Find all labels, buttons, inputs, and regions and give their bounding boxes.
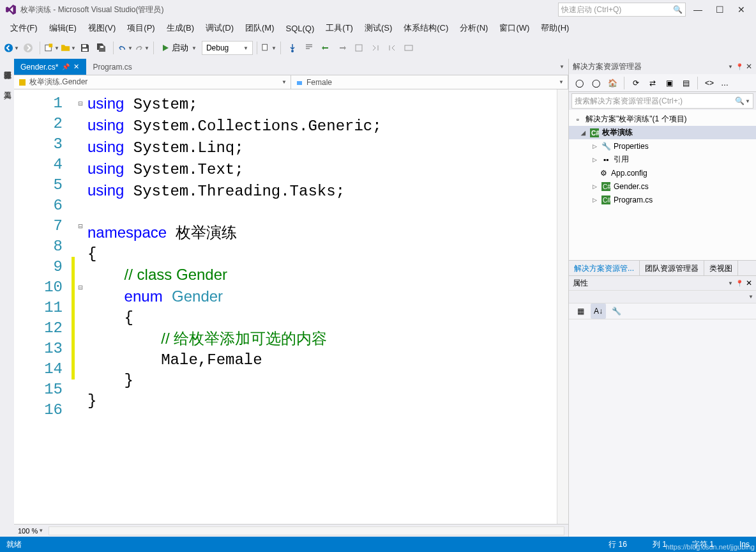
panel-menu-icon[interactable]: ▼ bbox=[728, 64, 733, 70]
home-icon[interactable]: 🏠 bbox=[605, 75, 620, 91]
close-panel-icon[interactable]: ✕ bbox=[746, 279, 752, 288]
tool-btn-5[interactable] bbox=[335, 40, 350, 56]
properties-node[interactable]: ▷ 🔧 Properties bbox=[569, 139, 756, 153]
minimize-button[interactable]: — bbox=[688, 3, 707, 16]
references-node[interactable]: ▷ ▪▪ 引用 bbox=[569, 153, 756, 166]
expand-icon[interactable]: ▷ bbox=[591, 197, 598, 203]
tool-btn-8[interactable] bbox=[384, 40, 400, 56]
code-view-icon[interactable]: <> bbox=[702, 75, 717, 91]
solution-tree[interactable]: ▫ 解决方案"枚举演练"(1 个项目) ◢ C# 枚举演练 ▷ 🔧 Proper… bbox=[569, 110, 756, 260]
code-content[interactable]: using System; using System.Collections.G… bbox=[86, 89, 557, 524]
refresh-icon[interactable]: ⟳ bbox=[628, 75, 644, 91]
pin-icon[interactable]: 📌 bbox=[62, 63, 70, 70]
pin-icon[interactable]: 📍 bbox=[736, 280, 743, 287]
sync-icon[interactable]: ⇄ bbox=[645, 75, 660, 91]
menu-分析n[interactable]: 分析(N) bbox=[455, 20, 493, 36]
new-project-button[interactable]: ▼ bbox=[44, 40, 59, 56]
svg-text:C#: C# bbox=[603, 197, 610, 204]
close-tab-icon[interactable]: ✕ bbox=[73, 63, 79, 71]
menu-项目p[interactable]: 项目(P) bbox=[122, 20, 160, 36]
step-into-button[interactable] bbox=[285, 40, 300, 56]
dropdown-icon[interactable]: ▼ bbox=[748, 294, 753, 300]
menu-编辑e[interactable]: 编辑(E) bbox=[44, 20, 82, 36]
panel-tab-strip: 解决方案资源管... 团队资源管理器 类视图 bbox=[569, 260, 756, 275]
show-all-icon[interactable]: ▣ bbox=[662, 75, 677, 91]
menu-团队m[interactable]: 团队(M) bbox=[240, 20, 280, 36]
config-dropdown[interactable]: Debug▼ bbox=[202, 41, 253, 55]
properties-icon[interactable]: ▤ bbox=[678, 75, 693, 91]
tab-solution-explorer[interactable]: 解决方案资源管... bbox=[569, 261, 640, 275]
open-file-button[interactable]: ▼ bbox=[61, 40, 76, 56]
start-debug-button[interactable]: 启动▼ bbox=[158, 40, 200, 56]
expand-icon[interactable]: ▷ bbox=[591, 183, 598, 190]
expand-icon[interactable]: ▷ bbox=[591, 157, 598, 163]
program-cs-node[interactable]: ▷ C# Program.cs bbox=[569, 193, 756, 206]
expand-icon[interactable]: ◢ bbox=[579, 130, 587, 136]
menu-生成b[interactable]: 生成(B) bbox=[162, 20, 199, 36]
svg-rect-11 bbox=[19, 79, 26, 86]
solution-node[interactable]: ▫ 解决方案"枚举演练"(1 个项目) bbox=[569, 112, 756, 126]
properties-grid[interactable] bbox=[569, 319, 756, 537]
menu-测试s[interactable]: 测试(S) bbox=[359, 20, 397, 36]
tab-gender-cs[interactable]: Gender.cs* 📌 ✕ bbox=[14, 59, 86, 75]
tab-program-cs[interactable]: Program.cs bbox=[86, 59, 139, 75]
menu-工具t[interactable]: 工具(T) bbox=[321, 20, 358, 36]
tool-btn-9[interactable] bbox=[401, 40, 416, 56]
member-dropdown[interactable]: Female ▼ bbox=[291, 75, 568, 89]
save-button[interactable] bbox=[77, 40, 93, 56]
menu-sqlq[interactable]: SQL(Q) bbox=[281, 21, 320, 36]
tool-btn-6[interactable] bbox=[351, 40, 367, 56]
horizontal-scrollbar[interactable] bbox=[49, 526, 564, 535]
fold-column[interactable]: ⊟ ⊟ ⊟ bbox=[75, 89, 86, 524]
appconfig-node[interactable]: ⚙ App.config bbox=[569, 166, 756, 180]
svg-rect-6 bbox=[100, 46, 103, 48]
comment-button[interactable] bbox=[301, 40, 317, 56]
property-pages-icon[interactable]: 🔧 bbox=[609, 303, 624, 319]
nav-back-button[interactable]: ▼ bbox=[4, 40, 19, 56]
overflow-icon[interactable]: … bbox=[718, 79, 731, 88]
tool-btn-1[interactable]: ▼ bbox=[261, 40, 276, 56]
code-editor[interactable]: 12345678910111213141516 ⊟ ⊟ ⊟ using Syst… bbox=[14, 89, 568, 524]
pin-icon[interactable]: 📍 bbox=[736, 63, 743, 70]
panel-menu-icon[interactable]: ▼ bbox=[728, 280, 733, 286]
menu-视图v[interactable]: 视图(V) bbox=[83, 20, 121, 36]
tab-team-explorer[interactable]: 团队资源管理器 bbox=[640, 261, 704, 275]
properties-title: 属性 bbox=[573, 278, 588, 289]
quick-launch-input[interactable]: 快速启动 (Ctrl+Q) 🔍 bbox=[558, 3, 686, 17]
forward-icon[interactable]: ◯ bbox=[588, 75, 603, 91]
categorized-icon[interactable]: ▦ bbox=[573, 303, 588, 319]
close-panel-icon[interactable]: ✕ bbox=[746, 62, 752, 71]
status-ready: 就绪 bbox=[6, 539, 22, 550]
toolbox-tab[interactable]: 工具箱 bbox=[1, 82, 14, 89]
close-button[interactable]: ✕ bbox=[732, 3, 751, 16]
status-col: 列 1 bbox=[653, 539, 667, 550]
tab-class-view[interactable]: 类视图 bbox=[704, 261, 738, 275]
project-node[interactable]: ◢ C# 枚举演练 bbox=[569, 126, 756, 139]
zoom-dropdown-icon[interactable]: ▼ bbox=[38, 528, 43, 533]
maximize-button[interactable]: ☐ bbox=[710, 3, 729, 16]
menu-窗口w[interactable]: 窗口(W) bbox=[494, 20, 534, 36]
tab-dropdown-icon[interactable]: ▼ bbox=[559, 64, 564, 70]
watermark: https://blog.csdn.net/jjgubing bbox=[666, 543, 755, 551]
nav-forward-button[interactable] bbox=[20, 40, 36, 56]
main-toolbar: ▼ ▼ ▼ ▼ ▼ 启动▼ Debug▼ ▼ bbox=[0, 37, 756, 59]
solution-search-input[interactable]: 搜索解决方案资源管理器(Ctrl+;) 🔍▼ bbox=[571, 93, 753, 109]
menu-调试d[interactable]: 调试(D) bbox=[200, 20, 239, 36]
alphabetical-icon[interactable]: A↓ bbox=[591, 303, 606, 319]
redo-button[interactable]: ▼ bbox=[134, 40, 149, 56]
zoom-level[interactable]: 100 % bbox=[18, 527, 38, 535]
save-all-button[interactable] bbox=[94, 40, 109, 56]
vertical-scrollbar[interactable] bbox=[557, 89, 568, 524]
tool-btn-7[interactable] bbox=[368, 40, 383, 56]
type-dropdown[interactable]: 枚举演练.Gender ▼ bbox=[14, 75, 291, 89]
menu-文件f[interactable]: 文件(F) bbox=[5, 20, 43, 36]
undo-button[interactable]: ▼ bbox=[117, 40, 133, 56]
gender-cs-node[interactable]: ▷ C# Gender.cs bbox=[569, 180, 756, 193]
server-explorer-tab[interactable]: 服务器资源管理器 bbox=[1, 61, 14, 69]
uncomment-button[interactable] bbox=[318, 40, 333, 56]
back-icon[interactable]: ◯ bbox=[571, 75, 587, 91]
expand-icon[interactable]: ▷ bbox=[591, 143, 598, 150]
wrench-icon: 🔧 bbox=[601, 142, 611, 151]
menu-体系结构c[interactable]: 体系结构(C) bbox=[398, 20, 453, 36]
menu-帮助h[interactable]: 帮助(H) bbox=[536, 20, 574, 36]
